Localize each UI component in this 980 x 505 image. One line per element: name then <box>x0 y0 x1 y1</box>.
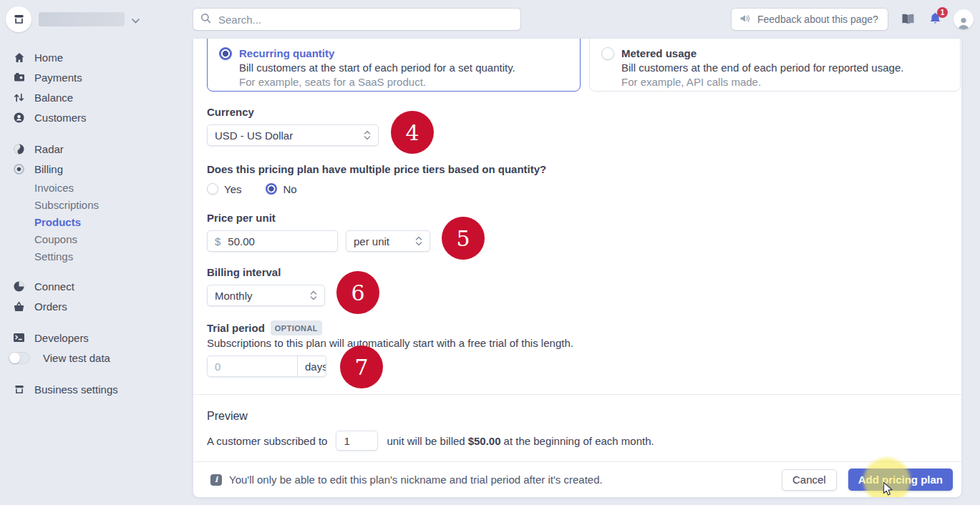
trial-period-description: Subscriptions to this plan will automati… <box>207 337 961 350</box>
billing-type-metered-card[interactable]: Metered usage Bill customers at the end … <box>589 39 961 92</box>
annotation-step-7: 7 <box>340 345 383 388</box>
sidebar-item-subscriptions[interactable]: Subscriptions <box>13 196 193 213</box>
no-radio[interactable] <box>266 183 277 195</box>
storefront-icon <box>13 383 25 396</box>
footer-note: i You'll only be able to edit this plan'… <box>210 474 603 486</box>
sidebar-item-developers[interactable]: Developers <box>13 328 193 348</box>
tiers-no-option[interactable]: No <box>266 183 296 195</box>
orders-icon <box>13 300 25 313</box>
billing-interval-label: Billing interval <box>207 266 961 279</box>
price-row: $ per unit <box>207 230 961 252</box>
preview-heading: Preview <box>207 409 961 423</box>
billing-interval-value: Monthly <box>215 290 253 302</box>
sidebar-item-label: Connect <box>34 280 74 293</box>
preview-quantity-input[interactable] <box>336 431 378 451</box>
form-footer: i You'll only be able to edit this plan'… <box>193 461 961 497</box>
preview-text-before: A customer subscribed to <box>207 435 327 447</box>
trial-days-input[interactable] <box>208 356 297 376</box>
top-bar: Feedback about this page? 1 <box>0 0 980 39</box>
billing-type-example: For example, seats for a SaaS product. <box>239 75 568 89</box>
billing-type-description: Bill customers at the end of each period… <box>621 61 949 75</box>
no-label: No <box>283 183 296 195</box>
sidebar-item-label: Orders <box>34 300 67 313</box>
sidebar-item-label: Customers <box>34 112 87 124</box>
balance-icon <box>13 92 25 104</box>
cancel-button[interactable]: Cancel <box>782 469 837 491</box>
preview-divider <box>193 394 961 395</box>
sidebar-item-label: Balance <box>34 92 73 104</box>
annotation-step-4: 4 <box>391 111 434 154</box>
account-name-redacted <box>39 12 125 26</box>
price-input[interactable] <box>226 235 298 248</box>
preview-amount: $50.00 <box>468 435 501 447</box>
sidebar-subitem-label: Subscriptions <box>34 199 99 211</box>
customers-icon <box>13 112 25 124</box>
sidebar-item-payments[interactable]: Payments <box>13 67 193 87</box>
optional-badge: OPTIONAL <box>271 320 322 335</box>
preview-sentence: A customer subscribed to unit will be bi… <box>207 431 961 451</box>
sidebar-item-products[interactable]: Products <box>13 213 193 230</box>
days-suffix: days <box>297 356 326 376</box>
price-input-wrap[interactable]: $ <box>207 230 338 252</box>
payments-icon <box>13 72 25 84</box>
storefront-icon <box>6 6 31 32</box>
notification-count-badge: 1 <box>937 7 948 18</box>
yes-label: Yes <box>224 183 241 195</box>
account-switcher[interactable] <box>6 6 140 32</box>
billing-type-title: Recurring quantity <box>239 46 568 61</box>
connect-icon <box>13 280 25 293</box>
sidebar-item-view-test-data[interactable]: View test data <box>13 348 193 368</box>
annotation-step-6: 6 <box>336 271 379 314</box>
billing-type-recurring-card[interactable]: Recurring quantity Bill customers at the… <box>207 39 581 92</box>
sidebar-item-balance[interactable]: Balance <box>13 87 193 107</box>
sidebar-item-business-settings[interactable]: Business settings <box>13 379 193 399</box>
sidebar-subitem-label: Coupons <box>34 233 77 245</box>
tiers-yes-option[interactable]: Yes <box>207 183 241 195</box>
billing-icon <box>13 163 25 175</box>
sidebar-item-label: Payments <box>34 72 82 84</box>
per-unit-value: per unit <box>354 235 389 247</box>
feedback-label: Feedback about this page? <box>757 14 878 25</box>
feedback-button[interactable]: Feedback about this page? <box>732 9 888 30</box>
sidebar-item-billing[interactable]: Billing <box>13 159 193 179</box>
sidebar-item-label: Radar <box>34 143 64 155</box>
price-per-unit-label: Price per unit <box>207 212 961 225</box>
home-icon <box>13 52 25 64</box>
sidebar-item-settings[interactable]: Settings <box>13 247 193 265</box>
add-pricing-plan-panel: Recurring quantity Bill customers at the… <box>193 39 961 497</box>
docs-button[interactable] <box>901 13 916 28</box>
sidebar-item-label: Business settings <box>34 383 118 396</box>
notifications-button[interactable]: 1 <box>928 11 943 29</box>
billing-type-options: Recurring quantity Bill customers at the… <box>207 39 961 92</box>
select-chevrons-icon <box>364 129 371 141</box>
currency-symbol: $ <box>215 235 220 247</box>
search-bar[interactable] <box>193 9 520 30</box>
sidebar-item-orders[interactable]: Orders <box>13 296 193 316</box>
avatar[interactable] <box>954 9 974 29</box>
currency-label: Currency <box>207 106 961 119</box>
info-icon: i <box>210 474 222 486</box>
sidebar-item-coupons[interactable]: Coupons <box>13 230 193 247</box>
select-chevrons-icon <box>310 290 317 301</box>
yes-radio[interactable] <box>207 183 218 195</box>
sidebar-item-customers[interactable]: Customers <box>13 107 193 127</box>
recurring-radio[interactable] <box>219 47 232 60</box>
currency-select[interactable]: USD - US Dollar <box>207 124 379 146</box>
sidebar-subitem-label: Settings <box>34 250 73 263</box>
sidebar-item-invoices[interactable]: Invoices <box>13 179 193 196</box>
search-input[interactable] <box>217 13 513 26</box>
per-unit-select[interactable]: per unit <box>346 230 430 252</box>
test-data-toggle[interactable] <box>9 352 30 364</box>
metered-radio[interactable] <box>601 47 614 60</box>
sidebar-item-label: View test data <box>43 352 110 364</box>
add-pricing-plan-button[interactable]: Add pricing plan <box>848 469 953 491</box>
sidebar-nav: Home Payments Balance Customers Radar Bi… <box>0 39 193 505</box>
trial-input-group: days <box>207 356 326 377</box>
sidebar-item-connect[interactable]: Connect <box>13 276 193 296</box>
sidebar-item-home[interactable]: Home <box>13 47 193 67</box>
sidebar-subitem-label: Products <box>34 216 81 228</box>
billing-interval-select[interactable]: Monthly <box>207 285 325 306</box>
currency-select-value: USD - US Dollar <box>215 129 293 142</box>
sidebar-item-radar[interactable]: Radar <box>13 139 193 159</box>
search-icon <box>200 13 211 26</box>
